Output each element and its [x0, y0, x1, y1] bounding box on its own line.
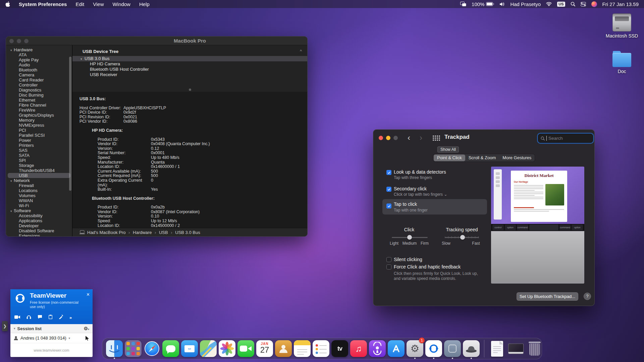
sidebar-item-firewall[interactable]: Firewall — [6, 183, 72, 188]
dock-contacts[interactable] — [275, 339, 292, 359]
collapse-chevron-icon[interactable]: ^ — [300, 49, 302, 54]
sidebar-item-ethernet[interactable]: Ethernet — [6, 98, 72, 103]
sidebar-item-sas[interactable]: SAS — [6, 148, 72, 153]
sidebar-item-developer[interactable]: Developer — [6, 223, 72, 228]
dock-document[interactable] — [488, 339, 506, 359]
minimize-button[interactable] — [386, 136, 390, 140]
dock-podcasts[interactable] — [369, 339, 386, 359]
close-icon[interactable]: × — [87, 292, 90, 298]
close-button[interactable] — [9, 39, 14, 43]
sidebar-item-spi[interactable]: SPI — [6, 158, 72, 163]
sysinfo-titlebar[interactable]: MacBook Pro — [6, 37, 307, 45]
tracking-slider-thumb[interactable] — [460, 235, 465, 240]
sidebar-item-fibre-channel[interactable]: Fibre Channel — [6, 103, 72, 108]
sidebar-scrollbar[interactable] — [69, 57, 71, 191]
remote-cursor-icon[interactable] — [85, 336, 89, 341]
teamviewer-website[interactable]: www.teamviewer.com — [10, 343, 93, 357]
back-button[interactable]: ‹ — [408, 133, 410, 142]
sidebar-item-printers[interactable]: Printers — [6, 143, 72, 148]
sidebar-item-wi-fi[interactable]: Wi-Fi — [6, 203, 72, 208]
dock-music[interactable]: ♫ — [350, 339, 367, 359]
sidebar-item-volumes[interactable]: Volumes — [6, 193, 72, 198]
menu-window[interactable]: Window — [113, 1, 130, 7]
breadcrumb-usb-3-0-bus[interactable]: USB 3.0 Bus — [175, 230, 200, 235]
sidebar-item-graphics-displays[interactable]: Graphics/Displays — [6, 113, 72, 118]
audio-call-icon[interactable] — [26, 315, 31, 320]
dock-teamviewer[interactable] — [425, 339, 442, 359]
volume-icon[interactable] — [499, 2, 505, 6]
click-slider-thumb[interactable] — [407, 235, 412, 240]
whiteboard-icon[interactable] — [59, 315, 63, 320]
tree-row-hp-hd-camera[interactable]: HP HD Camera — [72, 61, 307, 67]
video-call-icon[interactable] — [14, 315, 20, 320]
session-settings-gear-icon[interactable]: ⚙▾ — [84, 326, 89, 331]
forward-button[interactable]: › — [420, 133, 422, 142]
sidebar-item-ata[interactable]: ATA — [6, 52, 72, 57]
sidebar-item-extensions[interactable]: Extensions — [6, 233, 72, 236]
app-menu[interactable]: System Preferences — [19, 1, 67, 7]
sidebar-item-thunderbolt-usb4[interactable]: Thunderbolt/USB4 — [6, 168, 72, 173]
user-menu[interactable]: Had Prasetyo — [510, 1, 541, 7]
control-center-icon[interactable] — [581, 2, 586, 6]
dock-messages[interactable] — [162, 339, 179, 359]
sidebar-item-pci[interactable]: PCI — [6, 128, 72, 133]
sidebar-item-disc-burning[interactable]: Disc Burning — [6, 93, 72, 98]
dock-safari[interactable] — [143, 339, 161, 359]
input-source-badge[interactable]: US — [557, 2, 565, 7]
set-up-bluetooth-trackpad-button[interactable]: Set Up Bluetooth Trackpad... — [517, 292, 578, 301]
sidebar-section-software[interactable]: ▾Software — [6, 208, 72, 213]
sidebar-section-hardware[interactable]: ▾Hardware — [6, 47, 72, 52]
sidebar-item-storage[interactable]: Storage — [6, 163, 72, 168]
menu-edit[interactable]: Edit — [75, 1, 84, 7]
teamviewer-collapse-tab[interactable]: ❯ — [2, 321, 8, 331]
menu-help[interactable]: Help — [139, 1, 150, 7]
dock-reminders[interactable] — [312, 339, 330, 359]
help-button[interactable]: ? — [584, 293, 591, 300]
dock-photos[interactable] — [218, 339, 236, 359]
dock-tv[interactable]: tv — [331, 339, 348, 359]
breadcrumb-had-s-macbook-pro[interactable]: Had's MacBook Pro — [87, 230, 125, 235]
checkbox-silent-clicking[interactable] — [386, 257, 391, 262]
sidebar-item-parallel-scsi[interactable]: Parallel SCSI — [6, 133, 72, 138]
sidebar-item-apple-pay[interactable]: Apple Pay — [6, 57, 72, 62]
tree-row-bluetooth-usb-host-controller[interactable]: Bluetooth USB Host Controller — [72, 67, 307, 72]
wifi-icon[interactable] — [546, 2, 552, 6]
show-all-button[interactable]: Show All — [437, 146, 459, 153]
battery-status[interactable]: 100% — [472, 1, 494, 7]
checkbox-secondary-click[interactable] — [386, 187, 391, 192]
sidebar-item-locations[interactable]: Locations — [6, 188, 72, 193]
partner-row[interactable]: Andres (1 048 393 014) ▾ — [10, 333, 93, 343]
session-list-row[interactable]: ▾ Session list ⚙▾ — [10, 324, 93, 333]
breadcrumb-usb[interactable]: USB — [159, 230, 168, 235]
siri-icon[interactable] — [591, 1, 597, 7]
sidebar-item-disabled-software[interactable]: Disabled Software — [6, 228, 72, 233]
checkbox-tap-to-click[interactable] — [386, 203, 391, 208]
menu-clock[interactable]: Fri 27 Jan 13.59 — [602, 1, 639, 7]
tree-row-usb-receiver[interactable]: USB Receiver — [72, 72, 307, 77]
sidebar-item-card-reader[interactable]: Card Reader — [6, 77, 72, 82]
breadcrumb-hardware[interactable]: Hardware — [133, 230, 152, 235]
option-secondary-click-subtitle[interactable]: Click or tap with two fingers ⌄ — [394, 192, 447, 197]
sidebar-section-network[interactable]: ▾Network — [6, 178, 72, 183]
dock-launchpad[interactable] — [124, 339, 142, 359]
dock-mail[interactable] — [181, 339, 198, 359]
more-actions-icon[interactable]: » — [69, 315, 72, 320]
sidebar-item-diagnostics[interactable]: Diagnostics — [6, 87, 72, 93]
checkbox-force-click[interactable] — [386, 264, 391, 269]
zoom-button[interactable] — [393, 136, 398, 140]
sidebar-item-audio[interactable]: Audio — [6, 62, 72, 67]
dock-minimized-window[interactable] — [507, 339, 525, 359]
dock-trash[interactable] — [526, 339, 543, 359]
dock-facetime[interactable] — [237, 339, 255, 359]
checkbox-look-up[interactable] — [386, 170, 391, 175]
sidebar-item-controller[interactable]: Controller — [6, 82, 72, 87]
minimize-button[interactable] — [17, 39, 21, 43]
dock-calendar[interactable]: JAN27 — [256, 339, 273, 359]
menu-view[interactable]: View — [93, 1, 104, 7]
dock-appstore[interactable] — [387, 339, 405, 359]
tree-row-usb-3-0-bus[interactable]: ▾USB 3.0 Bus — [72, 56, 307, 61]
sidebar-item-sata[interactable]: SATA — [6, 153, 72, 158]
sidebar-item-bluetooth[interactable]: Bluetooth — [6, 67, 72, 72]
sidebar-item-nvmexpress[interactable]: NVMExpress — [6, 123, 72, 128]
sidebar-item-memory[interactable]: Memory — [6, 118, 72, 123]
